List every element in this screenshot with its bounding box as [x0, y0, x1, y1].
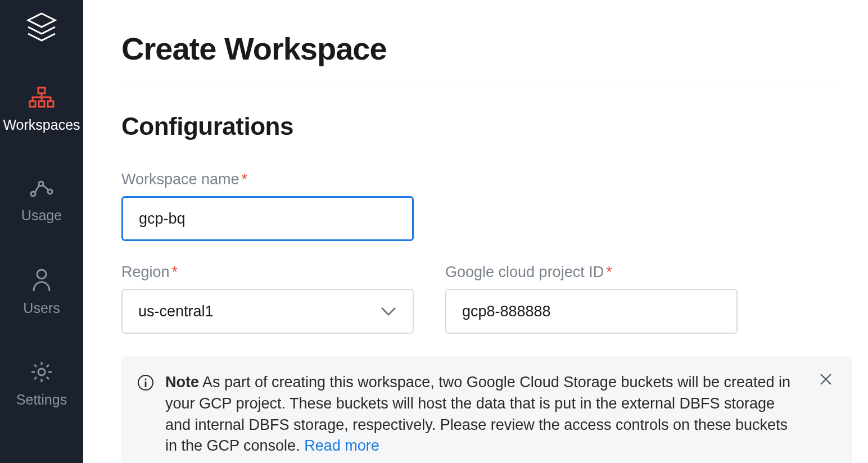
- logo-icon: [24, 10, 60, 48]
- note-text: Note As part of creating this workspace,…: [165, 372, 803, 457]
- sidebar: Workspaces Usage Users: [0, 0, 83, 463]
- field-region: Region* us-central1: [121, 264, 414, 334]
- chevron-down-icon: [380, 303, 397, 320]
- svg-rect-2: [39, 101, 44, 107]
- divider: [121, 84, 834, 84]
- required-asterisk: *: [606, 264, 612, 280]
- svg-point-6: [48, 189, 52, 194]
- note-body: As part of creating this workspace, two …: [165, 374, 790, 454]
- sidebar-item-label: Workspaces: [3, 117, 80, 133]
- svg-rect-1: [30, 101, 35, 107]
- sidebar-item-workspaces[interactable]: Workspaces: [3, 87, 80, 133]
- sidebar-item-usage[interactable]: Usage: [21, 177, 62, 224]
- sidebar-item-label: Users: [23, 300, 60, 316]
- sidebar-item-label: Settings: [16, 392, 67, 408]
- close-icon[interactable]: [819, 372, 833, 389]
- workspaces-icon: [29, 87, 55, 111]
- project-id-input[interactable]: [445, 289, 738, 334]
- section-title: Configurations: [121, 112, 834, 140]
- svg-rect-3: [48, 101, 53, 107]
- sidebar-item-label: Usage: [21, 207, 62, 224]
- svg-point-10: [144, 378, 146, 380]
- sidebar-item-users[interactable]: Users: [23, 267, 60, 316]
- svg-point-8: [38, 369, 45, 375]
- field-workspace-name: Workspace name*: [121, 171, 414, 241]
- usage-icon: [29, 177, 55, 202]
- svg-point-7: [37, 270, 46, 279]
- main-content: Create Workspace Configurations Workspac…: [83, 0, 868, 463]
- region-label: Region*: [121, 264, 414, 281]
- info-icon: [137, 374, 154, 393]
- required-asterisk: *: [242, 171, 248, 188]
- note-box: Note As part of creating this workspace,…: [121, 356, 852, 463]
- region-select[interactable]: us-central1: [121, 289, 414, 334]
- gear-icon: [30, 360, 53, 386]
- page-title: Create Workspace: [121, 30, 834, 67]
- svg-rect-11: [145, 382, 147, 387]
- region-value: us-central1: [138, 303, 214, 320]
- users-icon: [30, 267, 53, 294]
- workspace-name-input[interactable]: [121, 196, 414, 241]
- field-project-id: Google cloud project ID*: [445, 264, 738, 334]
- sidebar-item-settings[interactable]: Settings: [16, 360, 67, 408]
- svg-point-4: [31, 192, 35, 196]
- required-asterisk: *: [172, 264, 178, 280]
- note-prefix: Note: [165, 374, 199, 391]
- workspace-name-label: Workspace name*: [121, 171, 414, 188]
- svg-rect-0: [38, 88, 45, 93]
- project-id-label: Google cloud project ID*: [445, 264, 738, 281]
- read-more-link[interactable]: Read more: [304, 437, 379, 454]
